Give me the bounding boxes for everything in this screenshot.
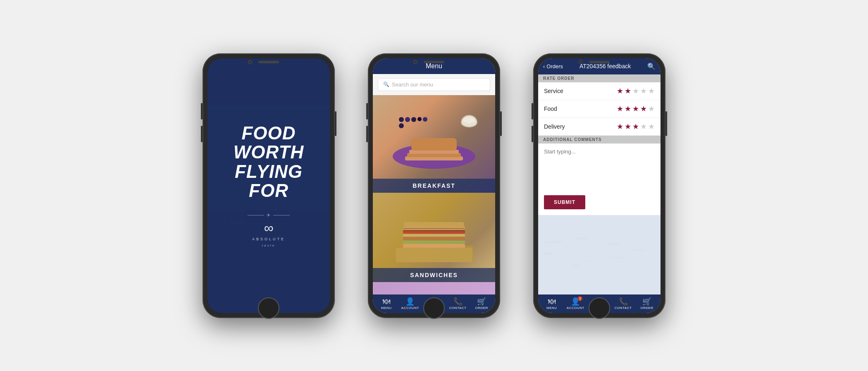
nav-3-menu-label: MENU — [546, 306, 557, 310]
search-button[interactable]: 🔍 — [647, 62, 656, 70]
service-star-3[interactable]: ★ — [632, 86, 639, 96]
menu-header-title: Menu — [426, 62, 442, 69]
nav-account[interactable]: 👤 ACCOUNT — [399, 298, 421, 310]
phone-3-screen-frame: ‹ Orders AT204356 feedback 🔍 RATE ORDER … — [538, 58, 661, 313]
menu-icon: 🍽 — [383, 298, 390, 305]
food-star-3[interactable]: ★ — [632, 104, 639, 113]
food-star-4[interactable]: ★ — [640, 104, 647, 113]
svg-text:BELARUS: BELARUS — [284, 114, 297, 117]
service-star-5[interactable]: ★ — [648, 86, 655, 96]
nav-order-label: ORDER — [475, 306, 488, 310]
phone-3-speaker — [589, 61, 610, 63]
delivery-star-3[interactable]: ★ — [632, 122, 639, 131]
food-stars[interactable]: ★ ★ ★ ★ ★ — [617, 104, 655, 113]
account-icon: 👤 — [405, 298, 415, 305]
phone-1-speaker — [258, 61, 279, 63]
service-star-1[interactable]: ★ — [617, 86, 623, 96]
nav-order[interactable]: 🛒 ORDER — [471, 298, 492, 310]
back-label: Orders — [546, 63, 563, 69]
logo-name: ABSOLUTE — [252, 237, 285, 241]
svg-text:MOLDOVA: MOLDOVA — [634, 249, 645, 251]
nav-3-menu[interactable]: 🍽 MENU — [541, 298, 563, 310]
phone-1-camera — [248, 60, 252, 64]
feedback-body: RATE ORDER Service ★ ★ ★ ★ ★ — [538, 74, 661, 294]
svg-text:AUSTRIA: AUSTRIA — [577, 237, 589, 240]
nav-3-menu-icon: 🍽 — [548, 298, 556, 305]
menu-categories: BREAKFAST — [373, 95, 495, 294]
svg-text:ITALY: ITALY — [572, 263, 580, 266]
food-star-2[interactable]: ★ — [625, 104, 631, 113]
search-bar[interactable]: 🔍 Search our menu — [378, 78, 490, 91]
nav-contact[interactable]: 📞 CONTACT — [447, 298, 469, 310]
back-chevron: ‹ — [543, 63, 545, 69]
nav-3-order-label: ORDER — [640, 306, 653, 310]
phones-container: FINLAND POLAND GERMANY FRANCE UKRAINE AU… — [186, 37, 682, 335]
phone-3-camera — [579, 60, 583, 64]
submit-area: SUBMIT — [538, 189, 661, 215]
delivery-star-4[interactable]: ★ — [640, 122, 647, 131]
feedback-header-title: AT204356 feedback — [579, 63, 631, 69]
sandwiches-label-bar: SANDWICHES — [373, 268, 495, 282]
splash-screen: FINLAND POLAND GERMANY FRANCE UKRAINE AU… — [207, 58, 330, 313]
nav-3-account[interactable]: 👤 2 ACCOUNT — [565, 298, 586, 310]
food-rating-row: Food ★ ★ ★ ★ ★ — [538, 100, 661, 118]
delivery-star-2[interactable]: ★ — [625, 122, 631, 131]
delivery-stars[interactable]: ★ ★ ★ ★ ★ — [617, 122, 655, 131]
food-label: Food — [544, 105, 557, 112]
nav-account-label: ACCOUNT — [401, 306, 419, 310]
phone-2-screen: Menu 🔍 Search our menu — [373, 58, 495, 313]
logo-sub: taste — [262, 244, 275, 247]
phone-3-vol-down — [532, 126, 533, 142]
nav-menu-label: MENU — [381, 306, 392, 310]
splash-logo: ∞ ABSOLUTE taste — [252, 221, 285, 247]
food-star-5[interactable]: ★ — [648, 104, 655, 113]
phone-2-speaker — [424, 61, 444, 63]
phone-2-vol-down — [366, 126, 368, 142]
third-category-partial — [373, 282, 495, 294]
feedback-screen: ‹ Orders AT204356 feedback 🔍 RATE ORDER … — [538, 58, 661, 313]
submit-button[interactable]: SUBMIT — [544, 195, 585, 209]
comments-input[interactable] — [538, 144, 661, 189]
phone-1-vol-up — [201, 103, 203, 120]
service-rating-row: Service ★ ★ ★ ★ ★ — [538, 82, 661, 100]
phone-1-screen: FINLAND POLAND GERMANY FRANCE UKRAINE AU… — [207, 58, 330, 313]
phone-3-home-button[interactable] — [589, 297, 610, 319]
phone-1-screen-frame: FINLAND POLAND GERMANY FRANCE UKRAINE AU… — [207, 58, 330, 313]
nav-3-account-icon: 👤 2 — [571, 298, 580, 305]
nav-3-contact[interactable]: 📞 CONTACT — [613, 298, 634, 310]
nav-contact-label: CONTACT — [449, 306, 467, 310]
delivery-star-5[interactable]: ★ — [648, 122, 655, 131]
svg-text:ITALY: ITALY — [231, 202, 238, 205]
phone-1-home-button[interactable] — [258, 297, 279, 319]
svg-text:FINLAND: FINLAND — [219, 106, 235, 110]
svg-text:ROMANIA: ROMANIA — [615, 256, 625, 259]
service-stars[interactable]: ★ ★ ★ ★ ★ — [617, 86, 655, 96]
nav-3-order-icon: 🛒 — [642, 298, 651, 305]
nav-3-account-label: ACCOUNT — [567, 306, 584, 310]
service-star-4[interactable]: ★ — [640, 86, 647, 96]
phone-1-side-btn — [335, 111, 336, 136]
sandwiches-category[interactable]: SANDWICHES — [373, 193, 495, 282]
nav-3-order[interactable]: 🛒 ORDER — [636, 298, 658, 310]
svg-text:HUNGARY: HUNGARY — [607, 242, 621, 245]
phone-2-vol-up — [366, 103, 368, 120]
service-label: Service — [544, 88, 563, 94]
svg-text:GREECE: GREECE — [231, 221, 242, 224]
service-star-2[interactable]: ★ — [625, 86, 631, 96]
phone-2-side-btn — [500, 111, 502, 136]
breakfast-label-bar: BREAKFAST — [373, 179, 495, 193]
contact-icon: 📞 — [453, 298, 463, 305]
rate-order-section-title: RATE ORDER — [538, 74, 661, 82]
svg-text:SLOVAKIA: SLOVAKIA — [246, 117, 257, 119]
header-back-nav[interactable]: ‹ Orders — [543, 63, 563, 69]
splash-title: FOODWORTHFLYINGFOR — [234, 124, 304, 200]
svg-text:POLAND: POLAND — [253, 99, 265, 102]
nav-menu[interactable]: 🍽 MENU — [376, 298, 397, 310]
phone-2-home-button[interactable] — [423, 297, 445, 319]
order-icon: 🛒 — [477, 298, 486, 305]
breakfast-category[interactable]: BREAKFAST — [373, 95, 495, 193]
svg-text:CZECH REP: CZECH REP — [219, 122, 232, 125]
delivery-star-1[interactable]: ★ — [617, 122, 623, 131]
phone-3-screen: ‹ Orders AT204356 feedback 🔍 RATE ORDER … — [538, 58, 661, 313]
food-star-1[interactable]: ★ — [617, 104, 623, 113]
